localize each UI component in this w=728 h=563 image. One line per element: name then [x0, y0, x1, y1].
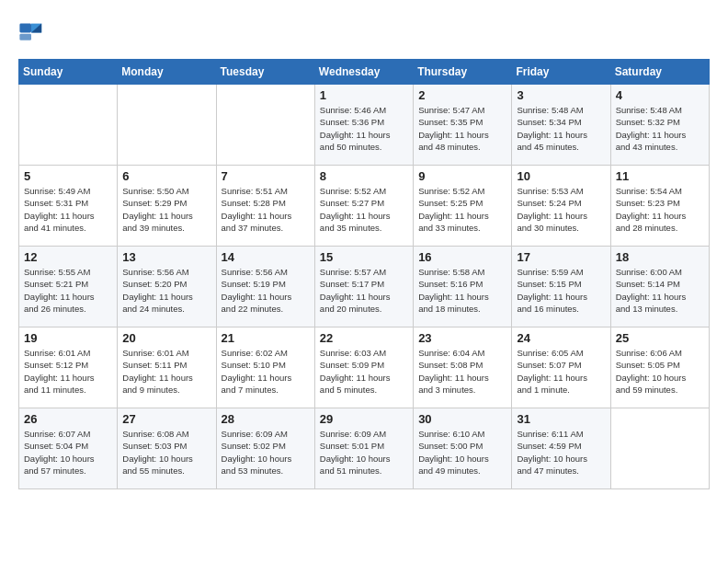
- day-info: Sunrise: 6:03 AM Sunset: 5:09 PM Dayligh…: [320, 347, 408, 396]
- day-info: Sunrise: 5:46 AM Sunset: 5:36 PM Dayligh…: [320, 104, 408, 153]
- calendar-cell: 21Sunrise: 6:02 AM Sunset: 5:10 PM Dayli…: [216, 327, 314, 408]
- day-number: 25: [616, 331, 704, 345]
- weekday-header: Sunday: [19, 60, 118, 85]
- day-info: Sunrise: 6:09 AM Sunset: 5:01 PM Dayligh…: [320, 428, 408, 477]
- calendar-cell: 29Sunrise: 6:09 AM Sunset: 5:01 PM Dayli…: [314, 408, 413, 489]
- weekday-header: Saturday: [610, 60, 709, 85]
- day-number: 6: [122, 169, 210, 183]
- calendar-week-row: 1Sunrise: 5:46 AM Sunset: 5:36 PM Daylig…: [19, 85, 710, 166]
- day-number: 11: [616, 169, 704, 183]
- day-info: Sunrise: 5:56 AM Sunset: 5:20 PM Dayligh…: [122, 266, 210, 315]
- day-number: 19: [24, 331, 112, 345]
- day-info: Sunrise: 5:54 AM Sunset: 5:23 PM Dayligh…: [616, 185, 704, 234]
- calendar-cell: 7Sunrise: 5:51 AM Sunset: 5:28 PM Daylig…: [216, 166, 314, 247]
- day-info: Sunrise: 5:52 AM Sunset: 5:25 PM Dayligh…: [418, 185, 506, 234]
- day-number: 20: [122, 331, 210, 345]
- day-info: Sunrise: 6:11 AM Sunset: 4:59 PM Dayligh…: [517, 428, 605, 477]
- calendar-cell: 17Sunrise: 5:59 AM Sunset: 5:15 PM Dayli…: [512, 247, 610, 327]
- day-number: 3: [517, 88, 605, 102]
- calendar-cell: 22Sunrise: 6:03 AM Sunset: 5:09 PM Dayli…: [314, 327, 413, 408]
- day-info: Sunrise: 5:48 AM Sunset: 5:32 PM Dayligh…: [616, 104, 704, 153]
- day-number: 4: [616, 88, 704, 102]
- logo: [18, 18, 48, 44]
- weekday-header: Friday: [512, 60, 610, 85]
- day-info: Sunrise: 5:47 AM Sunset: 5:35 PM Dayligh…: [418, 104, 506, 153]
- day-number: 24: [517, 331, 605, 345]
- day-number: 8: [320, 169, 408, 183]
- day-number: 2: [418, 88, 506, 102]
- calendar-week-row: 26Sunrise: 6:07 AM Sunset: 5:04 PM Dayli…: [19, 408, 710, 489]
- calendar-week-row: 19Sunrise: 6:01 AM Sunset: 5:12 PM Dayli…: [19, 327, 710, 408]
- day-info: Sunrise: 5:51 AM Sunset: 5:28 PM Dayligh…: [222, 185, 310, 234]
- day-number: 27: [122, 412, 210, 426]
- calendar-cell: 30Sunrise: 6:10 AM Sunset: 5:00 PM Dayli…: [414, 408, 512, 489]
- calendar-cell: [610, 408, 709, 489]
- calendar-cell: 20Sunrise: 6:01 AM Sunset: 5:11 PM Dayli…: [118, 327, 216, 408]
- calendar-cell: [19, 85, 118, 166]
- calendar-cell: 25Sunrise: 6:06 AM Sunset: 5:05 PM Dayli…: [610, 327, 709, 408]
- calendar-cell: 28Sunrise: 6:09 AM Sunset: 5:02 PM Dayli…: [216, 408, 314, 489]
- calendar-cell: 4Sunrise: 5:48 AM Sunset: 5:32 PM Daylig…: [610, 85, 709, 166]
- svg-rect-3: [19, 34, 31, 40]
- calendar-cell: 26Sunrise: 6:07 AM Sunset: 5:04 PM Dayli…: [19, 408, 118, 489]
- calendar-cell: 23Sunrise: 6:04 AM Sunset: 5:08 PM Dayli…: [414, 327, 512, 408]
- day-number: 12: [24, 250, 112, 264]
- day-number: 26: [24, 412, 112, 426]
- calendar-cell: 27Sunrise: 6:08 AM Sunset: 5:03 PM Dayli…: [118, 408, 216, 489]
- day-info: Sunrise: 6:07 AM Sunset: 5:04 PM Dayligh…: [24, 428, 112, 477]
- calendar-cell: 10Sunrise: 5:53 AM Sunset: 5:24 PM Dayli…: [512, 166, 610, 247]
- day-number: 31: [517, 412, 605, 426]
- calendar-cell: 3Sunrise: 5:48 AM Sunset: 5:34 PM Daylig…: [512, 85, 610, 166]
- calendar-cell: 13Sunrise: 5:56 AM Sunset: 5:20 PM Dayli…: [118, 247, 216, 327]
- calendar-week-row: 5Sunrise: 5:49 AM Sunset: 5:31 PM Daylig…: [19, 166, 710, 247]
- day-info: Sunrise: 5:53 AM Sunset: 5:24 PM Dayligh…: [517, 185, 605, 234]
- day-info: Sunrise: 6:06 AM Sunset: 5:05 PM Dayligh…: [616, 347, 704, 396]
- day-number: 23: [418, 331, 506, 345]
- day-info: Sunrise: 6:00 AM Sunset: 5:14 PM Dayligh…: [616, 266, 704, 315]
- calendar-cell: 12Sunrise: 5:55 AM Sunset: 5:21 PM Dayli…: [19, 247, 118, 327]
- calendar-cell: [216, 85, 314, 166]
- calendar-cell: 11Sunrise: 5:54 AM Sunset: 5:23 PM Dayli…: [610, 166, 709, 247]
- day-number: 7: [222, 169, 310, 183]
- day-info: Sunrise: 6:09 AM Sunset: 5:02 PM Dayligh…: [222, 428, 310, 477]
- calendar-cell: 8Sunrise: 5:52 AM Sunset: 5:27 PM Daylig…: [314, 166, 413, 247]
- day-info: Sunrise: 6:10 AM Sunset: 5:00 PM Dayligh…: [418, 428, 506, 477]
- day-info: Sunrise: 5:48 AM Sunset: 5:34 PM Dayligh…: [517, 104, 605, 153]
- day-info: Sunrise: 5:59 AM Sunset: 5:15 PM Dayligh…: [517, 266, 605, 315]
- day-number: 1: [320, 88, 408, 102]
- day-number: 5: [24, 169, 112, 183]
- day-info: Sunrise: 6:02 AM Sunset: 5:10 PM Dayligh…: [222, 347, 310, 396]
- day-number: 22: [320, 331, 408, 345]
- day-number: 14: [222, 250, 310, 264]
- calendar-cell: 19Sunrise: 6:01 AM Sunset: 5:12 PM Dayli…: [19, 327, 118, 408]
- day-info: Sunrise: 6:05 AM Sunset: 5:07 PM Dayligh…: [517, 347, 605, 396]
- day-info: Sunrise: 5:57 AM Sunset: 5:17 PM Dayligh…: [320, 266, 408, 315]
- day-info: Sunrise: 5:50 AM Sunset: 5:29 PM Dayligh…: [122, 185, 210, 234]
- svg-rect-0: [19, 24, 31, 33]
- calendar-cell: 5Sunrise: 5:49 AM Sunset: 5:31 PM Daylig…: [19, 166, 118, 247]
- day-info: Sunrise: 5:56 AM Sunset: 5:19 PM Dayligh…: [222, 266, 310, 315]
- logo-icon: [18, 18, 44, 44]
- day-info: Sunrise: 6:08 AM Sunset: 5:03 PM Dayligh…: [122, 428, 210, 477]
- day-number: 18: [616, 250, 704, 264]
- calendar-cell: 2Sunrise: 5:47 AM Sunset: 5:35 PM Daylig…: [414, 85, 512, 166]
- day-info: Sunrise: 6:04 AM Sunset: 5:08 PM Dayligh…: [418, 347, 506, 396]
- day-info: Sunrise: 5:58 AM Sunset: 5:16 PM Dayligh…: [418, 266, 506, 315]
- day-number: 28: [222, 412, 310, 426]
- calendar-cell: [118, 85, 216, 166]
- weekday-header: Thursday: [414, 60, 512, 85]
- calendar-cell: 1Sunrise: 5:46 AM Sunset: 5:36 PM Daylig…: [314, 85, 413, 166]
- day-number: 16: [418, 250, 506, 264]
- page-header: [18, 18, 710, 44]
- day-info: Sunrise: 5:52 AM Sunset: 5:27 PM Dayligh…: [320, 185, 408, 234]
- calendar-cell: 15Sunrise: 5:57 AM Sunset: 5:17 PM Dayli…: [314, 247, 413, 327]
- weekday-header-row: SundayMondayTuesdayWednesdayThursdayFrid…: [19, 60, 710, 85]
- calendar-cell: 14Sunrise: 5:56 AM Sunset: 5:19 PM Dayli…: [216, 247, 314, 327]
- calendar-table: SundayMondayTuesdayWednesdayThursdayFrid…: [18, 59, 710, 489]
- day-number: 10: [517, 169, 605, 183]
- calendar-cell: 31Sunrise: 6:11 AM Sunset: 4:59 PM Dayli…: [512, 408, 610, 489]
- day-number: 30: [418, 412, 506, 426]
- day-number: 9: [418, 169, 506, 183]
- day-info: Sunrise: 5:49 AM Sunset: 5:31 PM Dayligh…: [24, 185, 112, 234]
- day-number: 29: [320, 412, 408, 426]
